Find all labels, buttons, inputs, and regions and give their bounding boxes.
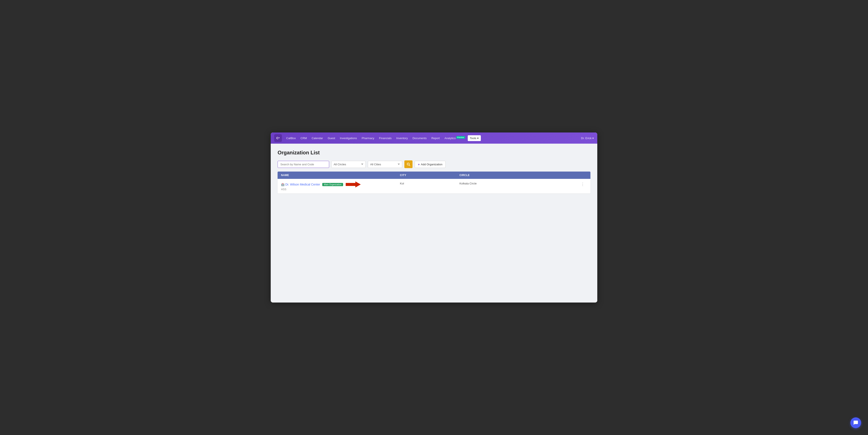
nav-analytics[interactable]: AnalyticsPreview [442,135,467,141]
user-menu[interactable]: Dr. Erick ▾ [581,137,594,140]
nav-guest[interactable]: Guest [326,135,337,141]
col-header-city: CITY [400,174,460,177]
nav-investigations[interactable]: Investigations [338,135,359,141]
app-logo[interactable]: Cⁿ [274,134,282,142]
chat-icon [853,420,858,425]
add-organization-button[interactable]: + Add Organization [415,161,445,168]
org-name-cell: 🏥 Dr. Wilson Medical Center Main Organiz… [281,181,400,191]
nav-report[interactable]: Report [429,135,442,141]
svg-line-1 [409,165,410,166]
table-row: 🏥 Dr. Wilson Medical Center Main Organiz… [278,179,590,194]
building-icon: 🏥 [281,183,284,186]
page-title: Organization List [278,149,590,156]
nav-pharmacy[interactable]: Pharmacy [360,135,376,141]
circles-dropdown[interactable]: All Circles [331,161,366,168]
organization-table: NAME CITY CIRCLE 🏥 Dr. Wilson Medical Ce… [278,172,590,194]
cities-dropdown[interactable]: All Cities [368,161,402,168]
svg-marker-2 [346,181,361,188]
chat-fab[interactable] [850,417,861,428]
col-header-circle: CIRCLE [459,174,578,177]
main-org-badge: Main Organization [322,183,343,186]
city-abbr: Kol [400,182,460,185]
city-cell: Kol [400,181,460,185]
nav-documents[interactable]: Documents [410,135,429,141]
filter-bar: All Circles All Cities + Add Organizatio… [278,160,590,168]
nav-callbox[interactable]: CallBox [284,135,298,141]
search-input[interactable] [278,161,329,168]
search-icon [407,163,410,166]
nav-calendar[interactable]: Calendar [309,135,325,141]
nav-inventory[interactable]: Inventory [394,135,410,141]
navbar: Cⁿ CallBox CRM Calendar Guest Investigat… [271,132,597,144]
annotation-arrow [346,181,361,188]
nav-crm[interactable]: CRM [299,135,309,141]
org-code: HSS [281,188,400,191]
col-header-actions [578,174,587,177]
row-actions-menu[interactable]: ⋮ [578,181,587,187]
add-org-label: Add Organization [421,163,442,166]
circle-cell: Kolkata Circle [459,181,578,185]
col-header-name: NAME [281,174,400,177]
search-button[interactable] [404,160,412,168]
nav-financials[interactable]: Financials [377,135,394,141]
org-name-link[interactable]: Dr. Wilson Medical Center [285,183,320,186]
preview-badge: Preview [456,136,465,139]
main-content: Organization List All Circles All Cities… [271,144,597,303]
nav-tools[interactable]: Tools ▾ [468,135,481,141]
table-header: NAME CITY CIRCLE [278,172,590,179]
plus-icon: + [418,163,420,166]
